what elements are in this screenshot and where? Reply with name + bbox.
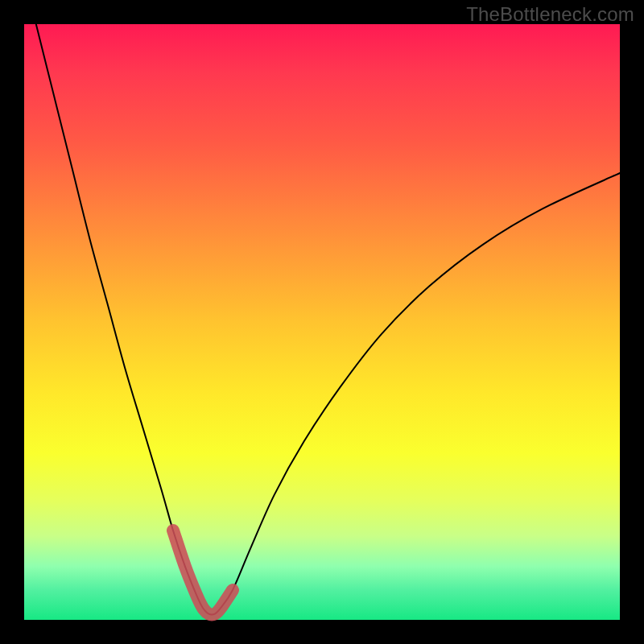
curve-layer [24,24,620,620]
highlight-band [173,530,233,615]
chart-frame: TheBottleneck.com [0,0,644,644]
bottleneck-curve [36,24,620,615]
attribution-label: TheBottleneck.com [466,3,634,26]
plot-area [24,24,620,620]
